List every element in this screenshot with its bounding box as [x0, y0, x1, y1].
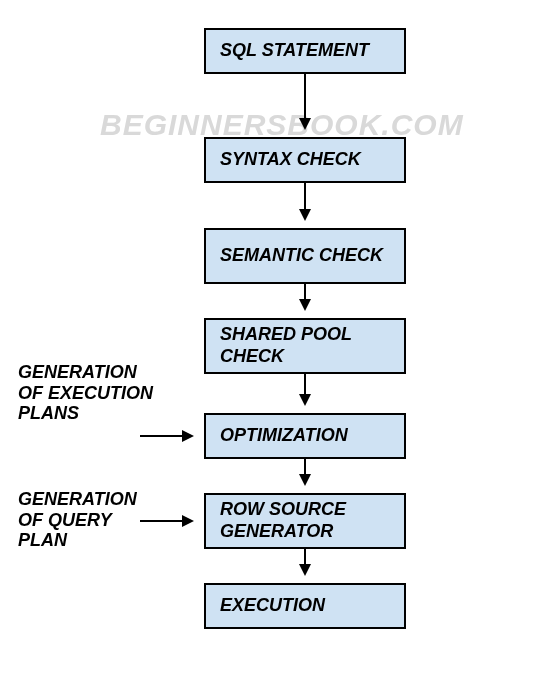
node-execution: EXECUTION [204, 583, 406, 629]
node-row-source-generator: ROW SOURCE GENERATOR [204, 493, 406, 549]
arrow-n4-n5 [304, 374, 306, 404]
node-optimization: OPTIMIZATION [204, 413, 406, 459]
node-label: OPTIMIZATION [220, 425, 348, 447]
arrow-n2-n3 [304, 183, 306, 219]
node-label: SYNTAX CHECK [220, 149, 361, 171]
node-label: SEMANTIC CHECK [220, 245, 383, 267]
node-semantic-check: SEMANTIC CHECK [204, 228, 406, 284]
arrow-n5-n6 [304, 459, 306, 484]
annotation-execution-plans: GENERATION OF EXECUTION PLANS [18, 362, 158, 424]
arrow-n6-n7 [304, 549, 306, 574]
annotation-query-plan: GENERATION OF QUERY PLAN [18, 489, 158, 551]
arrow-annotation-2 [140, 520, 192, 522]
node-label: EXECUTION [220, 595, 325, 617]
node-syntax-check: SYNTAX CHECK [204, 137, 406, 183]
arrow-n1-n2 [304, 74, 306, 128]
node-label: ROW SOURCE GENERATOR [220, 499, 390, 542]
node-shared-pool-check: SHARED POOL CHECK [204, 318, 406, 374]
arrow-annotation-1 [140, 435, 192, 437]
node-sql-statement: SQL STATEMENT [204, 28, 406, 74]
node-label: SQL STATEMENT [220, 40, 369, 62]
node-label: SHARED POOL CHECK [220, 324, 390, 367]
arrow-n3-n4 [304, 284, 306, 309]
